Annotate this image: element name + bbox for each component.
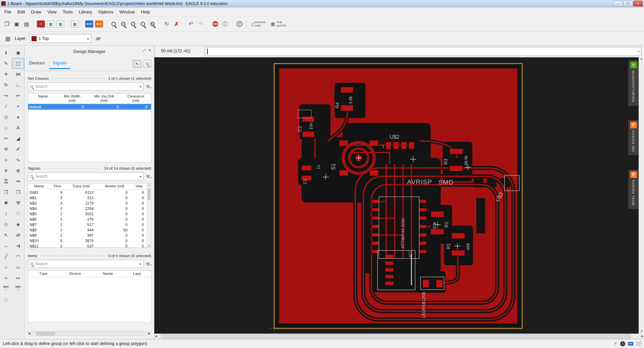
table-row[interactable]: N$7 2 517 0 0 xyxy=(28,222,151,227)
zoom-redraw-button[interactable]: ↻ xyxy=(148,19,157,29)
table-row[interactable]: GND 9 6112 0 0 xyxy=(28,190,151,195)
eye-icon[interactable]: ◉ xyxy=(12,47,24,58)
column-header[interactable]: Pins xyxy=(50,183,65,189)
fork-icon[interactable]: Ψ xyxy=(0,144,12,155)
column-header[interactable]: Name xyxy=(92,271,124,277)
close-panel-icon[interactable]: ✕ xyxy=(148,48,151,53)
text-icon[interactable]: A xyxy=(12,122,24,133)
move-group-icon[interactable]: ↖ xyxy=(0,230,12,240)
signal-icon[interactable]: ∿ xyxy=(12,155,24,165)
redo-button[interactable]: ↷ xyxy=(196,19,205,29)
minimize-button[interactable]: – xyxy=(613,1,623,6)
pad-icon[interactable]: ● xyxy=(12,112,24,122)
route-icon[interactable]: ↪ xyxy=(0,90,12,101)
tab-fusion-360[interactable]: F FUSION 360 xyxy=(628,120,639,155)
save-button[interactable]: ▣ xyxy=(12,19,21,29)
drc-button[interactable]: DRC ✓ xyxy=(12,283,24,294)
pcb-drawing[interactable]: R4 3.9k C2 10n U$2 1 S1 C1 1u AVRISP SMD… xyxy=(154,57,644,334)
net-class-filter-button[interactable]: ⚒▾ xyxy=(146,84,151,89)
line-icon[interactable]: ╱ xyxy=(0,251,12,262)
canvas-horizontal-scrollbar[interactable]: ◀ ▶ xyxy=(154,334,644,339)
menu-item[interactable]: Library xyxy=(76,8,95,16)
drill-icon[interactable]: ⊕ xyxy=(12,165,24,176)
copy-icon[interactable]: ❐ xyxy=(0,187,12,197)
tab-fusion-team[interactable]: F FUSION TEAM xyxy=(628,170,639,209)
table-row[interactable]: N$8 2 444 50 0 xyxy=(28,227,151,233)
menu-item[interactable]: Options xyxy=(95,8,116,16)
dimension-icon[interactable]: ↦ xyxy=(12,273,24,283)
cam-processor-button[interactable]: ≡ xyxy=(37,19,45,29)
scroll-right-icon[interactable]: ▶ xyxy=(148,332,150,335)
refresh-button[interactable]: ↻ xyxy=(162,19,171,29)
items-search-input[interactable] xyxy=(35,262,138,266)
signals-search-input[interactable] xyxy=(35,174,138,179)
ratsnest-icon[interactable]: ∷ xyxy=(12,208,24,219)
draw-icon[interactable]: ✐ xyxy=(12,144,24,155)
move-icon[interactable]: ✛ xyxy=(0,69,12,79)
column-header[interactable]: Min Via Drill(mil) xyxy=(87,94,121,104)
spreadsheet-button[interactable]: ▦ xyxy=(70,19,79,29)
scroll-thumb[interactable] xyxy=(161,334,631,339)
paste-icon[interactable]: ❒ xyxy=(12,187,24,197)
canvas-vertical-scrollbar[interactable]: ▲ ▼ xyxy=(639,57,644,334)
signals-scrollbar[interactable]: ▲ ▼ xyxy=(147,183,151,247)
table-row[interactable]: N$1 2 313 0 0 xyxy=(28,195,151,200)
zoom-out-button[interactable]: − xyxy=(129,19,137,29)
delete-icon[interactable]: ✖ xyxy=(0,197,12,208)
table-row[interactable]: default 0 0 0 xyxy=(28,104,151,110)
align-icon[interactable]: ∟ xyxy=(12,79,24,90)
menu-item[interactable]: File xyxy=(1,8,14,16)
popout-icon[interactable]: ⤢ xyxy=(143,48,146,53)
run-ulp-button[interactable]: ULP xyxy=(95,19,103,29)
network-status-icon[interactable] xyxy=(628,342,633,346)
menu-item[interactable]: View xyxy=(44,8,60,16)
info-icon[interactable]: ℹ xyxy=(0,47,12,58)
scroll-right-icon[interactable]: ▶ xyxy=(641,335,643,338)
panel-horizontal-scrollbar[interactable]: ◀ ▶ xyxy=(27,331,151,336)
spacer[interactable] xyxy=(12,294,24,305)
column-header[interactable]: Trace (mil) xyxy=(65,183,97,189)
menu-item[interactable]: Help xyxy=(138,8,153,16)
column-header[interactable]: Vias xyxy=(132,183,146,189)
erc-button[interactable]: ERC ✓ xyxy=(0,283,12,294)
open-schematic-button[interactable]: ▦ xyxy=(46,19,55,29)
zoom-in-button[interactable]: + xyxy=(119,19,128,29)
menu-item[interactable]: Edit xyxy=(14,8,28,16)
table-row[interactable]: N$6 2 275 0 0 xyxy=(28,217,151,222)
net-class-search[interactable]: ▾ xyxy=(28,82,144,91)
column-header[interactable]: Airwire (mil) xyxy=(97,183,132,189)
rect-icon[interactable]: ▭ xyxy=(12,262,24,273)
wire-icon[interactable]: ∕ xyxy=(0,101,12,112)
scroll-up-icon[interactable]: ▲ xyxy=(640,57,643,60)
items-search[interactable]: ▾ xyxy=(28,260,144,268)
arc-icon[interactable]: ◠ xyxy=(12,251,24,262)
group-icon[interactable]: ▢ xyxy=(12,58,24,69)
menu-item[interactable]: Tools xyxy=(60,8,76,16)
table-row[interactable]: N$9 2 387 0 0 xyxy=(28,233,151,238)
grid-button[interactable]: ▦ xyxy=(3,34,12,43)
column-header[interactable]: Laye xyxy=(124,271,150,277)
mirror-icon[interactable]: ⋈ xyxy=(12,69,24,79)
circle-icon[interactable]: ○ xyxy=(0,262,12,273)
distribute-icon[interactable]: ⇉ xyxy=(12,240,24,251)
zoom-select-button[interactable]: ▫ xyxy=(138,19,147,29)
split-icon[interactable]: ✂ xyxy=(0,133,12,144)
table-row[interactable]: N$11 2 637 0 0 xyxy=(28,243,151,248)
board-canvas[interactable]: R4 3.9k C2 10n U$2 1 S1 C1 1u AVRISP SMD… xyxy=(154,57,644,334)
column-header[interactable]: Name xyxy=(28,183,50,189)
menu-item[interactable]: Window xyxy=(116,8,138,16)
column-header[interactable]: Name xyxy=(28,94,58,104)
command-input[interactable] xyxy=(205,47,641,56)
display-icon[interactable]: ✎ xyxy=(0,58,12,69)
miter-icon[interactable]: ◢ xyxy=(12,133,24,144)
command-box[interactable]: ▾ xyxy=(205,47,641,56)
grid-edit-icon[interactable]: # xyxy=(0,165,12,176)
switch-board-button[interactable]: ▦ xyxy=(56,19,65,29)
column-header[interactable]: Min Width(mil) xyxy=(58,94,87,104)
signals-filter-button[interactable]: ⚒▾ xyxy=(146,174,151,179)
via-icon[interactable]: ◎ xyxy=(0,112,12,122)
table-row[interactable]: N$10 5 2875 0 0 xyxy=(28,238,151,243)
warning-icon[interactable]: ⚠ xyxy=(0,294,12,305)
wrench-icon[interactable]: ⚒ xyxy=(12,197,24,208)
stop-button[interactable] xyxy=(211,19,219,29)
